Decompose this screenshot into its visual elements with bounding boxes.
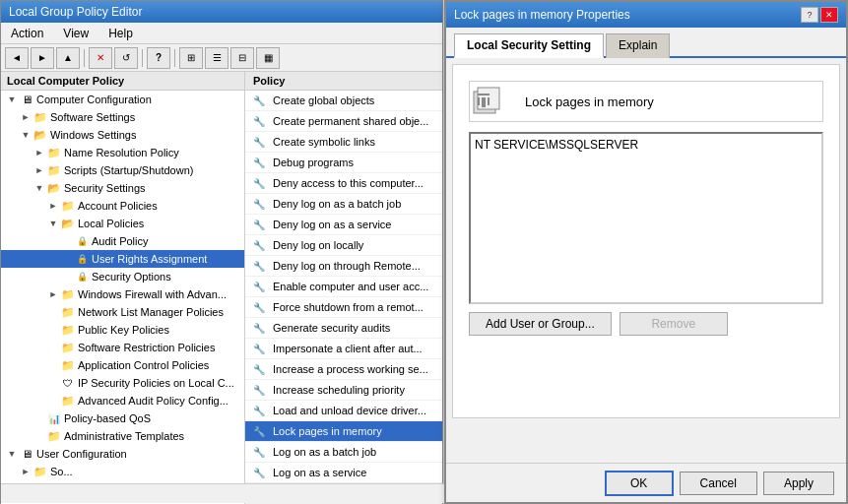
policy-item-icon: 🔧 <box>253 341 269 356</box>
tree-item-public-key[interactable]: Public Key Policies <box>1 321 244 339</box>
policy-item-deny-service[interactable]: 🔧 Deny log on as a service <box>245 215 442 235</box>
folder-open-icon <box>33 127 48 143</box>
tree-item-ip-security[interactable]: IP Security Policies on Local C... <box>1 374 244 392</box>
policy-item-force-shutdown[interactable]: 🔧 Force shutdown from a remot... <box>245 297 442 318</box>
tree-item-security-options[interactable]: Security Options <box>1 268 244 285</box>
policy-item-icon: 🔧 <box>253 465 269 480</box>
policy-item-load-unload[interactable]: 🔧 Load and unload device driver... <box>245 401 442 421</box>
help-button[interactable]: ? <box>147 47 170 69</box>
tree-item-computer-config[interactable]: ▼ Computer Configuration <box>1 91 244 108</box>
tree-item-advanced-audit[interactable]: Advanced Audit Policy Config... <box>1 392 244 410</box>
policy-item-deny-locally[interactable]: 🔧 Deny log on locally <box>245 235 442 256</box>
policy-item-label: Deny log on as a service <box>273 219 391 230</box>
tree-item-network-list[interactable]: Network List Manager Policies <box>1 303 244 321</box>
refresh-button[interactable]: ↺ <box>114 47 138 69</box>
tree-item-scripts[interactable]: ► Scripts (Startup/Shutdown) <box>1 161 244 179</box>
policy-item-icon: 🔧 <box>253 196 269 212</box>
policy-item-increase-working[interactable]: 🔧 Increase a process working se... <box>245 359 442 380</box>
tree-label: Windows Firewall with Advan... <box>78 288 227 300</box>
tree-item-audit-policy[interactable]: Audit Policy <box>1 232 244 250</box>
tree-item-firewall[interactable]: ► Windows Firewall with Advan... <box>1 285 244 303</box>
up-button[interactable]: ▲ <box>56 47 80 69</box>
tree-label: Software Restriction Policies <box>78 342 215 353</box>
view-button-3[interactable]: ⊟ <box>230 47 254 69</box>
policy-item[interactable]: 🔧 Create global objects <box>245 91 442 111</box>
policy-item-create-symlinks[interactable]: 🔧 Create symbolic links <box>245 132 442 153</box>
tab-explain[interactable]: Explain <box>606 33 670 58</box>
policy-item-enable-computer[interactable]: 🔧 Enable computer and user acc... <box>245 277 442 297</box>
add-user-group-button[interactable]: Add User or Group... <box>469 312 612 336</box>
toolbar-separator-2 <box>142 49 143 67</box>
tree-item-account-policies[interactable]: ► Account Policies <box>1 197 244 215</box>
policy-big-icon <box>470 82 509 121</box>
menu-action[interactable]: Action <box>5 25 49 42</box>
forward-button[interactable]: ► <box>31 47 54 69</box>
shield-icon <box>60 375 76 391</box>
policy-item-label: Lock pages in memory <box>273 425 382 437</box>
expand-icon: ▼ <box>19 128 33 142</box>
tree-item-local-policies[interactable]: ▼ Local Policies <box>1 215 244 232</box>
policy-item-icon: 🔧 <box>253 93 269 108</box>
menu-help[interactable]: Help <box>102 25 139 42</box>
policy-item-generate-audits[interactable]: 🔧 Generate security audits <box>245 318 442 339</box>
expand-icon <box>33 411 46 425</box>
tree-item-security-settings[interactable]: ▼ Security Settings <box>1 179 244 197</box>
stop-button[interactable]: ✕ <box>89 47 112 69</box>
policy-icon <box>74 233 90 249</box>
tree-item-name-resolution[interactable]: ► Name Resolution Policy <box>1 144 244 161</box>
policy-item-deny-remote[interactable]: 🔧 Deny log on through Remote... <box>245 256 442 277</box>
close-button[interactable]: ✕ <box>820 7 838 23</box>
remove-button[interactable]: Remove <box>620 312 728 336</box>
policy-item[interactable]: 🔧 Create permanent shared obje... <box>245 111 442 132</box>
policy-list-header: Policy <box>245 72 442 91</box>
tree-item-user-config[interactable]: ▼ User Configuration <box>1 445 244 463</box>
menu-view[interactable]: View <box>57 25 95 42</box>
view-button-2[interactable]: ☰ <box>205 47 228 69</box>
tree-label: Account Policies <box>78 200 158 212</box>
policy-item-lock-pages[interactable]: 🔧 Lock pages in memory <box>245 421 442 442</box>
tree-item-software-restriction[interactable]: Software Restriction Policies <box>1 339 244 356</box>
expand-icon <box>46 341 60 354</box>
tree-item-qos[interactable]: Policy-based QoS <box>1 410 244 427</box>
tree-item-windows-settings[interactable]: ▼ Windows Settings <box>1 126 244 144</box>
policy-item-logon-batch[interactable]: 🔧 Log on as a batch job <box>245 442 442 463</box>
policy-item-impersonate[interactable]: 🔧 Impersonate a client after aut... <box>245 339 442 359</box>
ok-button[interactable]: OK <box>605 471 674 496</box>
policy-item-debug[interactable]: 🔧 Debug programs <box>245 153 442 173</box>
policy-icon <box>74 251 90 267</box>
svg-rect-3 <box>478 94 489 95</box>
policy-item-scheduling[interactable]: 🔧 Increase scheduling priority <box>245 380 442 401</box>
members-listbox[interactable]: NT SERVICE\MSSQLSERVER <box>469 132 823 304</box>
menu-bar: Action View Help <box>1 23 442 44</box>
cancel-button[interactable]: Cancel <box>680 472 757 495</box>
help-title-button[interactable]: ? <box>801 7 818 23</box>
main-title: Local Group Policy Editor <box>9 5 142 19</box>
tree-label: IP Security Policies on Local C... <box>78 377 234 389</box>
policy-item-icon: 🔧 <box>253 320 269 336</box>
tree-item-admin-templates[interactable]: Administrative Templates <box>1 427 244 445</box>
view-button-1[interactable]: ⊞ <box>179 47 203 69</box>
tree-item-so[interactable]: ► So... <box>1 463 244 480</box>
tree-item-software-settings[interactable]: ► Software Settings <box>1 108 244 126</box>
back-button[interactable]: ◄ <box>5 47 29 69</box>
folder-icon <box>60 340 76 355</box>
folder-icon <box>33 109 48 125</box>
expand-icon: ► <box>19 465 33 478</box>
apply-button[interactable]: Apply <box>763 472 834 495</box>
tree-item-user-rights[interactable]: User Rights Assignment <box>1 250 244 268</box>
main-titlebar: Local Group Policy Editor <box>1 1 442 23</box>
tree-label: Windows Settings <box>50 129 136 141</box>
tree-label: Audit Policy <box>92 235 148 247</box>
tree-item-applocker[interactable]: Application Control Policies <box>1 356 244 374</box>
policy-item-logon-service[interactable]: 🔧 Log on as a service <box>245 463 442 483</box>
policy-item-deny-access[interactable]: 🔧 Deny access to this computer... <box>245 173 442 194</box>
tree-label: Public Key Policies <box>78 324 169 336</box>
policy-column-header: Policy <box>253 75 285 87</box>
policy-item-deny-batch[interactable]: 🔧 Deny log on as a batch job <box>245 194 442 215</box>
policy-item-label: Impersonate a client after aut... <box>273 343 423 354</box>
policy-item-label: Deny log on through Remote... <box>273 260 421 272</box>
dialog-title: Lock pages in memory Properties <box>454 8 630 22</box>
folder-icon <box>46 162 62 178</box>
view-button-4[interactable]: ▦ <box>256 47 280 69</box>
tab-local-security[interactable]: Local Security Setting <box>454 33 604 58</box>
